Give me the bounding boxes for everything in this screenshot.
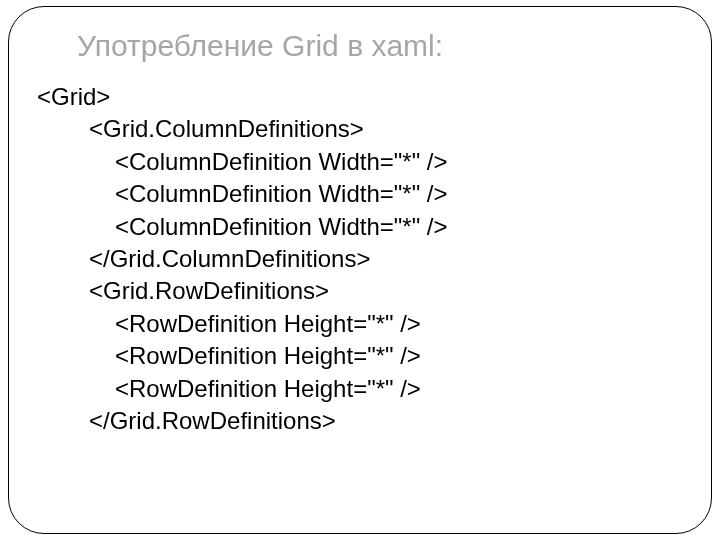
code-line: </Grid.RowDefinitions>	[37, 405, 683, 437]
code-line: <Grid.RowDefinitions>	[37, 275, 683, 307]
code-line: <RowDefinition Height="*" />	[37, 308, 683, 340]
code-block: <Grid> <Grid.ColumnDefinitions> <ColumnD…	[37, 81, 683, 437]
code-line: <RowDefinition Height="*" />	[37, 340, 683, 372]
code-line: <Grid>	[37, 81, 683, 113]
slide-frame: Употребление Grid в xaml: <Grid> <Grid.C…	[8, 6, 712, 534]
code-line: <ColumnDefinition Width="*" />	[37, 146, 683, 178]
code-line: <Grid.ColumnDefinitions>	[37, 113, 683, 145]
code-line: <ColumnDefinition Width="*" />	[37, 178, 683, 210]
code-line: <RowDefinition Height="*" />	[37, 373, 683, 405]
slide-title: Употребление Grid в xaml:	[77, 29, 683, 63]
code-line: </Grid.ColumnDefinitions>	[37, 243, 683, 275]
code-line: <ColumnDefinition Width="*" />	[37, 211, 683, 243]
